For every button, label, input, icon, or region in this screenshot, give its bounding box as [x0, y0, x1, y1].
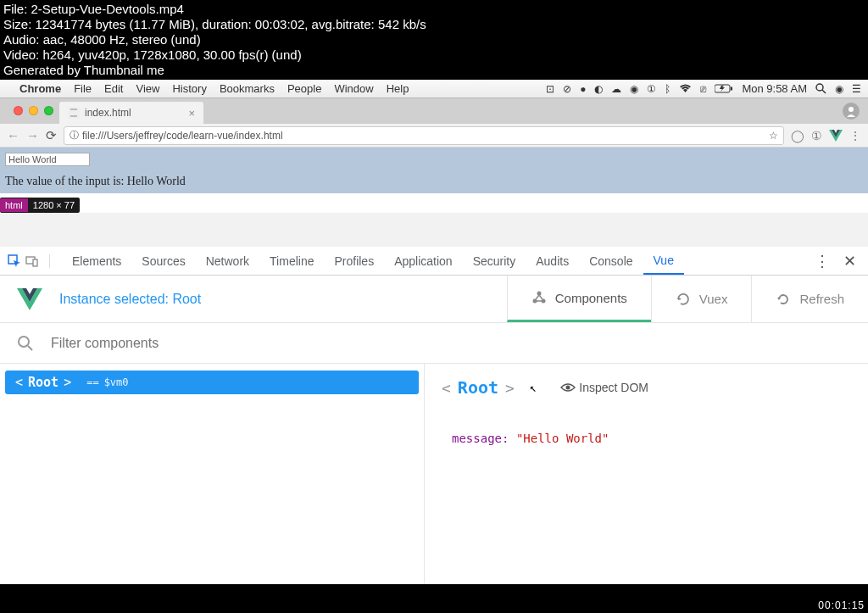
devtools-tab-elements[interactable]: Elements — [62, 247, 131, 275]
menu-history[interactable]: History — [172, 82, 206, 95]
menu-people[interactable]: People — [287, 82, 321, 95]
tab-close-icon[interactable]: × — [188, 107, 195, 120]
video-timestamp: 00:01:15 — [818, 599, 865, 611]
chrome-menu-icon[interactable]: ⋮ — [849, 129, 861, 142]
badge-dimensions: 1280 × 77 — [28, 198, 80, 212]
menubar-status-icon[interactable]: ● — [580, 83, 586, 95]
url-bar[interactable]: ⓘ file:///Users/jeffrey/code/learn-vue/i… — [64, 126, 784, 145]
prop-value: "Hello World" — [516, 432, 609, 445]
page-viewport: The value of the input is: Hello World — [0, 148, 868, 193]
vue-inspector-panel: < Root > ↖ Inspect DOM message: — [424, 364, 868, 584]
chrome-tabstrip: index.html × — [0, 98, 868, 124]
svg-point-5 — [849, 107, 854, 112]
overlay-line-audio: Audio: aac, 48000 Hz, stereo (und) — [3, 32, 865, 47]
menubar-status-icon[interactable]: ☁ — [611, 83, 621, 95]
svg-point-12 — [19, 337, 29, 347]
device-toolbar-icon[interactable] — [25, 254, 50, 268]
devtools-tab-timeline[interactable]: Timeline — [259, 247, 324, 275]
demo-input[interactable] — [5, 153, 90, 166]
extension-icon[interactable]: ① — [811, 129, 822, 142]
menu-file[interactable]: File — [74, 82, 92, 95]
menubar-app-name[interactable]: Chrome — [19, 82, 61, 95]
menubar-clock[interactable]: Mon 9:58 AM — [742, 82, 807, 95]
devtools-tab-vue[interactable]: Vue — [643, 247, 684, 275]
devtools-tab-sources[interactable]: Sources — [131, 247, 195, 275]
reload-button[interactable]: ⟳ — [46, 128, 57, 143]
vue-tab-label: Vuex — [699, 292, 728, 306]
devtools-tab-network[interactable]: Network — [196, 247, 259, 275]
wifi-icon[interactable] — [679, 84, 692, 93]
window-minimize-button[interactable] — [29, 106, 38, 115]
bluetooth-icon[interactable]: ᛒ — [665, 83, 670, 95]
devtools-menu-icon[interactable]: ⋮ — [806, 252, 838, 270]
video-metadata-overlay: File: 2-Setup-Vue-Devtools.mp4 Size: 123… — [0, 0, 868, 80]
forward-button: → — [26, 128, 39, 142]
menubar-status-icon[interactable]: ◐ — [594, 83, 603, 95]
menubar-status-icon[interactable]: ① — [647, 83, 656, 95]
notification-center-icon[interactable]: ☰ — [852, 83, 861, 95]
battery-icon[interactable] — [715, 84, 733, 93]
devtools-panel: Elements Sources Network Timeline Profil… — [0, 247, 868, 584]
devtools-tabstrip: Elements Sources Network Timeline Profil… — [0, 247, 868, 276]
vue-filter-bar — [0, 323, 868, 364]
window-close-button[interactable] — [14, 106, 23, 115]
back-button[interactable]: ← — [7, 128, 19, 142]
vue-tab-refresh[interactable]: Refresh — [751, 276, 868, 322]
page-output-text: The value of the input is: Hello World — [5, 175, 863, 188]
window-zoom-button[interactable] — [44, 106, 53, 115]
svg-rect-4 — [68, 107, 80, 119]
svg-rect-8 — [33, 259, 37, 266]
svg-rect-1 — [731, 87, 732, 91]
devtools-tab-application[interactable]: Application — [384, 247, 463, 275]
devtools-tab-profiles[interactable]: Profiles — [324, 247, 384, 275]
vue-logo-icon — [17, 288, 42, 310]
vue-tab-vuex[interactable]: Vuex — [651, 276, 752, 322]
site-info-icon[interactable]: ⓘ — [70, 129, 79, 142]
browser-tab[interactable]: index.html × — [59, 102, 203, 124]
menu-view[interactable]: View — [136, 82, 159, 95]
chrome-toolbar: ← → ⟳ ⓘ file:///Users/jeffrey/code/learn… — [0, 124, 868, 148]
svg-point-2 — [816, 84, 823, 91]
menu-window[interactable]: Window — [334, 82, 373, 95]
chrome-profile-avatar[interactable] — [843, 103, 860, 120]
svg-point-14 — [566, 386, 570, 390]
spotlight-icon[interactable] — [815, 83, 826, 94]
vue-tab-label: Components — [555, 291, 627, 305]
devtools-close-icon[interactable]: ✕ — [838, 252, 861, 270]
extension-icon[interactable]: ◯ — [791, 129, 804, 142]
display-icon[interactable]: ⎚ — [700, 83, 706, 95]
svg-line-3 — [822, 90, 826, 93]
search-icon — [17, 335, 34, 352]
overlay-line-file: File: 2-Setup-Vue-Devtools.mp4 — [3, 2, 865, 17]
badge-tag-name: html — [0, 198, 28, 212]
siri-icon[interactable]: ◉ — [835, 83, 843, 95]
element-dimensions-badge: html 1280 × 77 — [0, 198, 80, 213]
vue-tree-root-node[interactable]: <Root> == $vm0 — [5, 371, 419, 394]
menu-help[interactable]: Help — [387, 82, 409, 95]
menubar-status-icon[interactable]: ⊡ — [546, 83, 554, 95]
overlay-line-size: Size: 12341774 bytes (11.77 MiB), durati… — [3, 17, 865, 32]
filter-components-input[interactable] — [51, 336, 851, 351]
url-text: file:///Users/jeffrey/code/learn-vue/ind… — [82, 130, 283, 142]
refresh-icon — [776, 292, 791, 307]
menu-bookmarks[interactable]: Bookmarks — [220, 82, 275, 95]
inspect-dom-button[interactable]: Inspect DOM — [560, 381, 648, 394]
inspector-component-name: Root — [458, 377, 498, 398]
svg-point-9 — [537, 292, 541, 296]
menubar-status-icon[interactable]: ⊘ — [563, 83, 571, 95]
menubar-status-icon[interactable]: ◉ — [630, 83, 638, 95]
menu-edit[interactable]: Edit — [104, 82, 123, 95]
tab-favicon-icon — [68, 107, 80, 119]
inspect-element-icon[interactable] — [7, 254, 22, 269]
devtools-tab-security[interactable]: Security — [463, 247, 526, 275]
devtools-tab-audits[interactable]: Audits — [526, 247, 579, 275]
mac-menubar: Chrome File Edit View History Bookmarks … — [0, 80, 868, 98]
vue-devtools-extension-icon[interactable] — [829, 130, 843, 142]
chrome-window: index.html × ← → ⟳ ⓘ file:///Users/jeffr… — [0, 98, 868, 584]
devtools-tab-console[interactable]: Console — [579, 247, 643, 275]
vue-tab-components[interactable]: Components — [507, 276, 651, 322]
bookmark-star-icon[interactable]: ☆ — [769, 130, 778, 142]
overlay-line-video: Video: h264, yuv420p, 1728x1080, 30.00 f… — [3, 47, 865, 63]
vuex-icon — [676, 292, 691, 307]
prop-key: message: — [452, 432, 509, 445]
